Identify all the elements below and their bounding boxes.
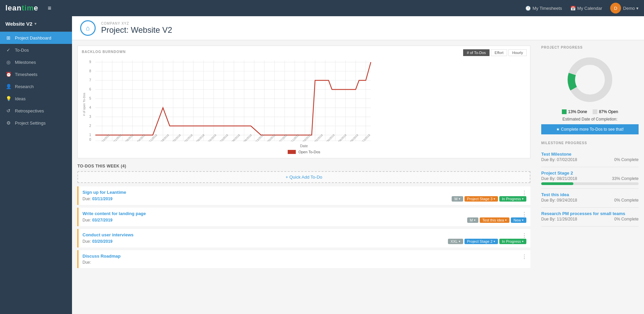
main-content: ⌂ COMPANY XYZ Project: Website V2 BACKLO… [72, 16, 644, 314]
svg-text:06/06/2018: 06/06/2018 [241, 133, 253, 141]
calendar-icon: 📅 [570, 6, 576, 11]
milestones-list: Test Milestone Due By: 07/02/2018 0% Com… [541, 148, 639, 227]
todo-meta: Due: 03/20/2019 XXL ▾Project Stage 2 ▾In… [82, 239, 526, 244]
tag-project-stage-2[interactable]: Project Stage 2 ▾ [464, 239, 498, 244]
sidebar-item-project-settings[interactable]: ⚙Project Settings [0, 117, 72, 129]
user-menu[interactable]: D Demo ▾ [610, 3, 639, 14]
sidebar-item-label: Project Settings [15, 121, 46, 126]
quick-add-button[interactable]: + Quick Add To-Do [77, 171, 530, 183]
project-header-text: COMPANY XYZ Project: Website V2 [101, 22, 172, 35]
todo-meta: Due: 03/27/2019 M ▾Test this idea ▾New ▾ [82, 217, 526, 223]
retrospectives-icon: ↺ [5, 108, 11, 113]
open-legend-dot [593, 109, 597, 114]
todo-more-menu[interactable]: ⋮ [522, 254, 527, 260]
sidebar-item-todos[interactable]: ✓To-Dos [0, 44, 72, 56]
milestone-name[interactable]: Project Stage 2 [541, 171, 639, 176]
svg-text:05/23/2018: 05/23/2018 [217, 133, 229, 141]
progress-legend: 13% Done 87% Open [541, 109, 639, 114]
milestone-name[interactable]: Research PM processes for small teams [541, 211, 639, 216]
todo-due-date: 03/20/2019 [92, 239, 113, 244]
sidebar-item-ideas[interactable]: 💡Ideas [0, 93, 72, 105]
chart-btn-effort[interactable]: Effort [491, 49, 507, 56]
sidebar-item-label: To-Dos [15, 48, 29, 53]
tag-new[interactable]: New ▾ [511, 217, 526, 223]
done-legend: 13% Done [562, 109, 587, 114]
burndown-chart: BACKLOG BURNDOWN # of To-Dos Effort Hour… [77, 46, 530, 158]
chevron-down-icon: ▾ [34, 22, 37, 26]
todo-due: Due: 03/11/2019 [82, 197, 113, 201]
tag-m[interactable]: M ▾ [467, 217, 478, 223]
todo-item-todo-3: Conduct user interviews Due: 03/20/2019 … [77, 229, 530, 247]
todo-item-todo-4: Discuss Roadmap Due: ⋮ [77, 250, 530, 268]
todos-icon: ✓ [5, 47, 11, 53]
todos-section: TO-DOS THIS WEEK (4) + Quick Add To-Do S… [77, 164, 530, 268]
todo-more-menu[interactable]: ⋮ [522, 211, 527, 217]
todo-due: Due: 03/20/2019 [82, 239, 113, 244]
sidebar-item-milestones[interactable]: ◎Milestones [0, 56, 72, 68]
tag-project-stage-3[interactable]: Project Stage 3 ▾ [464, 196, 498, 202]
legend-label: Open To-Dos [299, 150, 320, 154]
milestone-item: Test this idea Due By: 09/24/2018 0% Com… [541, 189, 639, 208]
milestone-bar-bg [541, 182, 639, 185]
tag-test-this-idea[interactable]: Test this idea ▾ [480, 217, 509, 223]
milestone-section-title: MILESTONE PROGRESS [541, 141, 639, 145]
project-icon: ⌂ [80, 20, 96, 36]
chart-btn-todos[interactable]: # of To-Dos [463, 49, 490, 56]
svg-text:8: 8 [89, 69, 91, 73]
todo-item-todo-2: Write content for landing page Due: 03/2… [77, 208, 530, 226]
todo-due-date: 03/11/2019 [92, 197, 113, 201]
calendar-label: My Calendar [577, 6, 602, 11]
chart-legend: Open To-Dos [82, 150, 526, 154]
sidebar-item-label: Milestones [15, 60, 36, 65]
tag-in-progress[interactable]: In Progress ▾ [499, 196, 526, 202]
milestone-meta: Due By: 11/26/2018 0% Complete [541, 217, 639, 221]
tag-xxl[interactable]: XXL ▾ [448, 239, 463, 244]
todos-header: TO-DOS THIS WEEK (4) [77, 164, 530, 168]
todo-title[interactable]: Write content for landing page [82, 211, 526, 216]
svg-text:05/30/2018: 05/30/2018 [229, 133, 241, 141]
burndown-svg: 9 8 7 6 5 4 3 2 1 0 [82, 57, 373, 141]
milestone-due: Due By: 08/21/2018 [541, 176, 577, 181]
milestone-name[interactable]: Test this idea [541, 192, 639, 197]
todo-more-menu[interactable]: ⋮ [522, 190, 527, 196]
tag-in-progress[interactable]: In Progress ▾ [499, 239, 526, 244]
page-title: Project: Website V2 [101, 25, 172, 35]
sidebar-item-retrospectives[interactable]: ↺Retrospectives [0, 105, 72, 117]
milestone-due: Due By: 11/26/2018 [541, 217, 577, 221]
sidebar-item-label: Timesheets [15, 72, 38, 77]
todo-title[interactable]: Conduct user interviews [82, 232, 526, 237]
todo-tags: M ▾Test this idea ▾New ▾ [467, 217, 526, 223]
chart-btn-hourly[interactable]: Hourly [508, 49, 527, 56]
calendar-nav[interactable]: 📅 My Calendar [570, 6, 602, 11]
sidebar-item-label: Project Dashboard [15, 35, 51, 41]
progress-section-title: PROJECT PROGRESS [541, 46, 639, 49]
company-name: COMPANY XYZ [101, 22, 172, 25]
svg-text:05/16/2018: 05/16/2018 [205, 133, 217, 141]
milestone-complete: 0% Complete [614, 217, 639, 221]
project-selector[interactable]: Website V2 ▾ [0, 16, 72, 32]
research-icon: 👤 [5, 84, 11, 89]
milestone-due: Due By: 09/24/2018 [541, 198, 577, 203]
svg-text:5: 5 [89, 97, 91, 100]
milestone-meta: Due By: 09/24/2018 0% Complete [541, 198, 639, 203]
project-settings-icon: ⚙ [5, 120, 11, 126]
milestone-meta: Due By: 07/02/2018 0% Complete [541, 157, 639, 162]
milestone-meta: Due By: 08/21/2018 33% Complete [541, 176, 639, 181]
todo-more-menu[interactable]: ⋮ [522, 232, 527, 239]
todo-meta: Due: 03/11/2019 M ▾Project Stage 3 ▾In P… [82, 196, 526, 202]
complete-todos-button[interactable]: ★ Complete more To-Dos to see that! [541, 124, 639, 134]
project-dashboard-icon: ⊞ [5, 35, 11, 41]
app-body: Website V2 ▾ ⊞Project Dashboard✓To-Dos◎M… [0, 16, 644, 314]
sidebar-item-timesheets[interactable]: ⏰Timesheets [0, 68, 72, 80]
milestone-name[interactable]: Test Milestone [541, 152, 639, 157]
todo-title[interactable]: Sign up for Leantime [82, 190, 526, 195]
sidebar-item-project-dashboard[interactable]: ⊞Project Dashboard [0, 32, 72, 44]
todo-title[interactable]: Discuss Roadmap [82, 254, 526, 259]
timesheets-nav[interactable]: 🕐 My Timesheets [525, 6, 562, 11]
hamburger-menu[interactable]: ≡ [48, 5, 51, 12]
tag-m[interactable]: M ▾ [452, 196, 463, 202]
sidebar-item-label: Research [15, 84, 34, 89]
right-panel: PROJECT PROGRESS [536, 40, 644, 314]
todo-due-date: 03/27/2019 [92, 218, 113, 223]
sidebar-item-research[interactable]: 👤Research [0, 80, 72, 93]
